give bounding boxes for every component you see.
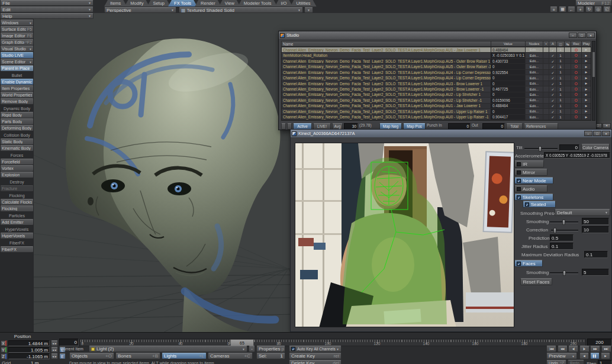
column-header-play[interactable]: Play — [581, 41, 591, 46]
grid-icon[interactable]: ▦ — [559, 7, 566, 12]
alien-head-model[interactable] — [66, 38, 312, 332]
modeler-button[interactable]: Modeler F12 — [575, 0, 612, 6]
toggle-mirror[interactable]: Mirror — [514, 169, 547, 176]
shift-icon[interactable]: ↹ — [564, 41, 571, 46]
tab-utilities[interactable]: Utilities — [290, 0, 316, 7]
tab-setup[interactable]: Setup — [147, 0, 170, 7]
toggle-skeletons[interactable]: ✓Skeletons — [514, 194, 553, 201]
active-check-icon[interactable]: ✓ — [549, 53, 556, 57]
channel-value[interactable]: 0.0159096 — [491, 98, 525, 102]
toolbar-button-total[interactable]: Total — [506, 123, 523, 130]
correction-slider[interactable] — [551, 230, 578, 231]
item-list-button[interactable]: ▫ — [249, 346, 255, 352]
lock-cell[interactable] — [543, 81, 549, 86]
minimize-icon[interactable]: − — [569, 33, 577, 38]
record-cell[interactable] — [571, 53, 581, 57]
maximize-viewport-icon[interactable]: ◱ — [603, 7, 611, 12]
axis-button-x[interactable]: X — [1, 340, 7, 346]
sidebar-item-add-emitter[interactable]: Add Emitter — [1, 219, 33, 225]
record-cell[interactable] — [571, 70, 581, 75]
channel-value[interactable]: 0.488464 — [491, 47, 525, 52]
tab-modeler-tools[interactable]: Modeler Tools — [238, 0, 278, 7]
channel-row[interactable]: Channel:Alien_Emissary_Nevron_Demo_Facia… — [282, 70, 591, 75]
channel-value[interactable]: 0.904417 — [491, 115, 525, 120]
axis-value-x[interactable]: 1.4844 m — [8, 340, 50, 346]
scrollbar[interactable] — [592, 41, 595, 121]
column-header-rec[interactable]: Rec — [571, 41, 581, 46]
sidebar-item-hypervoxels[interactable]: HyperVoxels — [1, 233, 33, 239]
modifier-cell[interactable] — [564, 47, 571, 52]
nodes-edit-button[interactable]: Edit... — [525, 86, 543, 91]
channel-row[interactable]: Channel:Alien_Emissary_Nevron_Demo_Facia… — [282, 86, 591, 92]
lock-icon[interactable]: • — [543, 41, 549, 46]
prediction-field[interactable]: 0.5 — [550, 234, 574, 241]
play-cell[interactable]: ► — [581, 53, 591, 57]
previous-key-icon[interactable]: ◀◀ — [558, 346, 568, 352]
tilt-value-field[interactable]: 0 — [559, 144, 579, 151]
shading-mode-dropdown[interactable]: ▦ Textured Shaded Solid ▼ — [179, 7, 303, 13]
record-cell[interactable] — [571, 104, 581, 108]
channel-value[interactable]: 0 — [491, 109, 525, 114]
sidebar-item-scene-editor[interactable]: Scene Editor▼ — [1, 59, 33, 65]
play-cell[interactable]: ► — [581, 104, 591, 108]
channel-row[interactable]: Channel:Alien_Emissary_Nevron_Demo_Facia… — [282, 115, 591, 120]
modifier-cell[interactable] — [564, 86, 571, 91]
active-check-icon[interactable]: ✓ — [549, 92, 556, 97]
record-cell[interactable] — [571, 92, 581, 97]
spinner-icon[interactable]: ◄► — [51, 340, 58, 346]
sidebar-item-calculate-flocks[interactable]: Calculate Flocks — [1, 199, 33, 205]
nodes-edit-button[interactable]: Edit... — [525, 115, 543, 120]
channel-row[interactable]: Channel:Alien_Emissary_Nevron_Demo_Facia… — [282, 109, 591, 114]
channel-value[interactable]: 0.488464 — [491, 104, 525, 108]
color-camera-button[interactable]: Color Camera — [581, 144, 610, 151]
sidebar-item-remove-body[interactable]: Remove Body — [1, 98, 33, 104]
start-frame-field[interactable]: 0 — [59, 339, 79, 346]
jitter-radius-field[interactable]: 0.1 — [550, 243, 574, 250]
pan-icon[interactable]: ← — [568, 7, 575, 12]
correction-slider-handle[interactable] — [553, 228, 556, 233]
channel-row[interactable]: ItemMotion:Head_RotationX -0.0250363 Y 0… — [282, 53, 591, 58]
channel-row[interactable]: Channel:Alien_Emissary_Nevron_Demo_Facia… — [282, 81, 591, 86]
create-key-button[interactable]: Create Key ret — [289, 353, 342, 359]
toggle-audio[interactable]: Audio — [514, 185, 547, 192]
channel-value[interactable]: X -0.0250363 Y 0.1 — [491, 53, 525, 57]
channel-value[interactable]: 0.430733 — [491, 59, 525, 63]
modifier-cell[interactable] — [564, 115, 571, 120]
modifier-cell[interactable] — [564, 109, 571, 114]
nodes-edit-button[interactable]: Edit... — [525, 92, 543, 97]
max-deviation-field[interactable]: 0.1 — [584, 251, 608, 258]
sidebar-item-explosion[interactable]: Explosion — [1, 172, 33, 178]
tilt-slider[interactable] — [524, 148, 558, 150]
active-check-icon[interactable]: ✓ — [549, 115, 556, 120]
sidebar-item-vortex[interactable]: Vortex — [1, 165, 33, 171]
channel-value[interactable]: 0 — [491, 92, 525, 97]
sidebar-item-item-properties[interactable]: Item Properties — [1, 85, 33, 91]
spinner-icon[interactable]: ◄► — [51, 347, 58, 353]
record-cell[interactable] — [571, 98, 581, 102]
sidebar-item-forcefield[interactable]: Forcefield — [1, 159, 33, 165]
axis-button-y[interactable]: Y — [1, 347, 7, 353]
sidebar-item-enable-dynamics[interactable]: Enable Dynamics — [1, 79, 33, 85]
select-cameras-button[interactable]: Cameras+C — [208, 353, 253, 359]
record-cell[interactable] — [571, 59, 581, 63]
lock-cell[interactable] — [543, 115, 549, 120]
axis-value-z[interactable]: -1.1065 m — [8, 353, 50, 359]
record-cell[interactable] — [571, 109, 581, 114]
previous-frame-icon[interactable]: ◀| — [568, 346, 578, 352]
sidebar-item-parent-in-place[interactable]: Parent in Place — [1, 65, 33, 71]
move-icon[interactable]: + — [576, 7, 584, 12]
toolbar-button-avg[interactable]: Avg — [332, 123, 343, 130]
active-check-icon[interactable]: ✓ — [549, 98, 556, 102]
sidebar-item-rigid-body[interactable]: Rigid Body — [1, 112, 33, 118]
toolbar-button-30[interactable]: 30 — [344, 123, 358, 130]
smoothing-slider[interactable] — [550, 221, 578, 223]
lock-cell[interactable] — [543, 53, 549, 57]
faces-smoothing-value-field[interactable]: 5 — [582, 269, 609, 276]
close-icon[interactable]: × — [602, 131, 610, 136]
modifier-icon[interactable]: ◫ — [556, 41, 564, 46]
tab-view[interactable]: View — [219, 0, 240, 7]
reset-faces-button[interactable]: Reset Faces — [520, 278, 552, 285]
sidebar-item-windows[interactable]: Windows▼ — [1, 20, 33, 25]
lock-cell[interactable] — [543, 104, 549, 108]
record-cell[interactable] — [571, 115, 581, 120]
